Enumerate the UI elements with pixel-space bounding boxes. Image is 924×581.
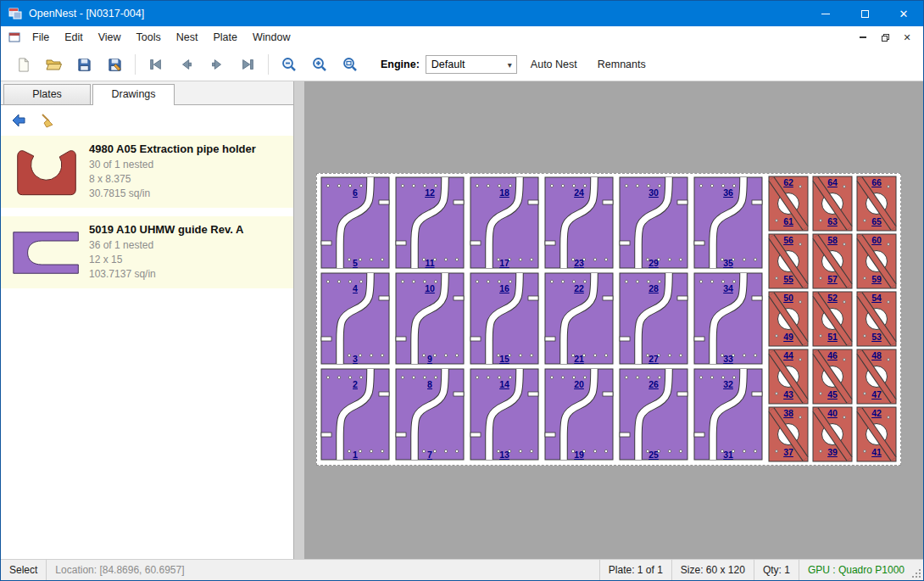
nested-part-pair[interactable]: 40 39 — [810, 405, 854, 463]
nested-part-pair[interactable]: 38 37 — [766, 405, 810, 463]
window-controls: ✕ — [806, 1, 923, 26]
part-number: 32 — [691, 379, 765, 389]
part-number: 37 — [766, 447, 810, 457]
new-file-button[interactable] — [8, 51, 38, 78]
auto-nest-button[interactable]: Auto Nest — [524, 53, 584, 75]
nested-part-pair[interactable]: 16 15 — [467, 271, 542, 366]
nested-part-pair[interactable]: 62 61 — [766, 175, 810, 232]
parts-panel: Plates Drawings — [1, 81, 294, 559]
nested-part-pair[interactable]: 34 33 — [691, 271, 765, 366]
nested-part-pair[interactable]: 6 5 — [318, 175, 392, 271]
menu-view[interactable]: View — [91, 28, 129, 47]
go-next-icon — [209, 57, 225, 72]
zoom-fit-button[interactable] — [335, 51, 365, 78]
clear-parts-button[interactable] — [36, 110, 58, 131]
nested-part-pair[interactable]: 2 1 — [318, 366, 392, 462]
menubar: File Edit View Tools Nest Plate Window ✕ — [1, 26, 923, 48]
panel-splitter[interactable] — [294, 81, 304, 559]
part-number: 62 — [766, 177, 810, 187]
previous-plate-button[interactable] — [171, 51, 202, 78]
nested-part-pair[interactable]: 24 23 — [542, 175, 616, 271]
assign-part-button[interactable] — [8, 110, 30, 131]
nested-part-pair[interactable]: 52 51 — [810, 290, 854, 348]
maximize-button[interactable] — [845, 1, 884, 26]
mdi-restore-button[interactable] — [876, 30, 894, 45]
status-plate: Plate: 1 of 1 — [599, 560, 671, 580]
zoom-in-button[interactable] — [304, 51, 335, 78]
nested-part-pair[interactable]: 20 19 — [542, 366, 616, 462]
nested-part-pair[interactable]: 58 57 — [810, 232, 854, 290]
nested-part-pair[interactable]: 32 31 — [691, 366, 765, 462]
nested-part-pair[interactable]: 64 63 — [810, 175, 854, 232]
menu-nest[interactable]: Nest — [169, 28, 206, 47]
part-number: 46 — [810, 350, 854, 360]
status-mode: Select — [1, 560, 47, 580]
save-button[interactable] — [69, 51, 99, 78]
first-plate-button[interactable] — [141, 51, 171, 78]
nested-part-pair[interactable]: 26 25 — [616, 366, 691, 462]
nested-part-pair[interactable]: 46 45 — [810, 348, 854, 405]
menu-window[interactable]: Window — [245, 28, 298, 47]
nested-part-pair[interactable]: 4 3 — [318, 271, 392, 366]
open-folder-icon — [45, 56, 62, 73]
nested-part-pair[interactable]: 22 21 — [542, 271, 616, 366]
nested-part-pair[interactable]: 54 53 — [854, 290, 899, 348]
engine-select[interactable]: Default ▾ — [426, 55, 517, 74]
nested-part-pair[interactable]: 36 35 — [691, 175, 765, 271]
part-number: 16 — [467, 283, 542, 293]
part-number: 56 — [766, 235, 810, 245]
tab-plates[interactable]: Plates — [3, 84, 91, 104]
save-as-button[interactable] — [99, 51, 130, 78]
nested-part-pair[interactable]: 56 55 — [766, 232, 810, 290]
part-number: 15 — [467, 354, 542, 364]
nested-part-pair[interactable]: 48 47 — [854, 348, 899, 405]
last-plate-button[interactable] — [232, 51, 263, 78]
purple-part-thumbnail-icon — [9, 229, 84, 277]
nested-part-pair[interactable]: 12 11 — [392, 175, 467, 271]
drawing-item-extraction-pipe-holder[interactable]: 4980 A05 Extraction pipe holder 30 of 1 … — [1, 136, 293, 208]
nested-part-pair[interactable]: 60 59 — [854, 232, 899, 290]
resize-grip[interactable] — [913, 560, 923, 580]
open-file-button[interactable] — [38, 51, 69, 78]
menu-tools[interactable]: Tools — [129, 28, 169, 47]
nest-plate[interactable]: 6 5 12 11 18 17 — [316, 173, 901, 466]
menu-plate[interactable]: Plate — [205, 28, 245, 47]
part-number: 6 — [318, 187, 392, 198]
window-title: OpenNest - [N0317-004] — [29, 8, 144, 20]
part-thumbnail — [4, 146, 89, 198]
mdi-minimize-button[interactable] — [854, 30, 872, 45]
document-system-menu-icon[interactable] — [8, 31, 21, 44]
zoom-out-button[interactable] — [274, 51, 304, 78]
part-number: 59 — [854, 274, 899, 284]
part-number: 61 — [766, 216, 810, 226]
part-number: 42 — [854, 408, 899, 418]
nest-canvas[interactable]: 6 5 12 11 18 17 — [304, 81, 923, 559]
nested-part-pair[interactable]: 28 27 — [616, 271, 691, 366]
nested-part-pair[interactable]: 8 7 — [392, 366, 467, 462]
nested-part-pair[interactable]: 30 29 — [616, 175, 691, 271]
blue-arrow-left-icon — [10, 112, 27, 129]
nested-part-pair[interactable]: 18 17 — [467, 175, 542, 271]
nested-part-pair[interactable]: 10 9 — [392, 271, 467, 366]
menu-edit[interactable]: Edit — [57, 28, 91, 47]
part-number: 27 — [616, 354, 691, 364]
part-number: 26 — [616, 379, 691, 389]
part-number: 28 — [616, 283, 691, 293]
part-thumbnail — [4, 229, 89, 277]
nested-part-pair[interactable]: 42 41 — [854, 405, 899, 463]
menu-file[interactable]: File — [25, 28, 57, 47]
mdi-close-button[interactable]: ✕ — [898, 30, 916, 45]
engine-value: Default — [431, 59, 465, 70]
nested-part-pair[interactable]: 50 49 — [766, 290, 810, 348]
drawing-item-uhmw-guide[interactable]: 5019 A10 UHMW guide Rev. A 36 of 1 neste… — [1, 216, 293, 288]
remnants-button[interactable]: Remnants — [591, 53, 653, 75]
part-number: 14 — [467, 379, 542, 389]
tab-drawings[interactable]: Drawings — [92, 84, 175, 105]
nested-part-pair[interactable]: 66 65 — [854, 175, 899, 232]
next-plate-button[interactable] — [202, 51, 232, 78]
nested-part-pair[interactable]: 44 43 — [766, 348, 810, 405]
minimize-button[interactable] — [806, 1, 845, 26]
main-area: Plates Drawings — [1, 81, 923, 559]
nested-part-pair[interactable]: 14 13 — [467, 366, 542, 462]
close-button[interactable]: ✕ — [884, 1, 923, 26]
